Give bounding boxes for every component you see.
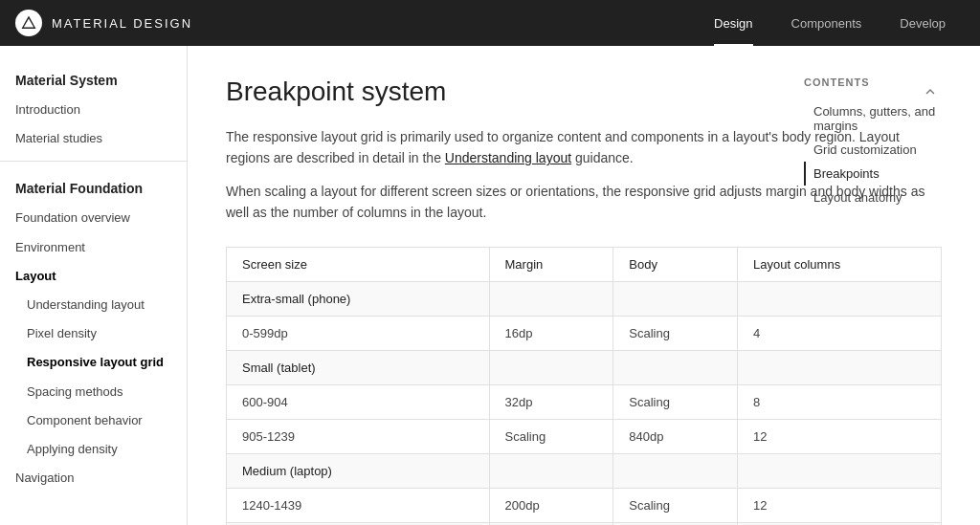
nav-link-develop[interactable]: Develop xyxy=(880,0,965,46)
table-of-contents: CONTENTS Columns, gutters, and margins G… xyxy=(789,46,980,240)
table-row: 600-904 32dp Scaling 8 xyxy=(227,384,942,419)
table-row: Medium (laptop) xyxy=(227,453,942,488)
logo-text: MATERIAL DESIGN xyxy=(52,16,192,31)
sidebar-divider xyxy=(0,161,187,162)
table-row: 905-1239 Scaling 840dp 12 xyxy=(227,419,942,453)
col-margin: Margin xyxy=(489,247,613,281)
nav-links: Design Components Develop xyxy=(695,0,965,46)
understanding-layout-link[interactable]: Understanding layout xyxy=(445,150,571,165)
col-layout-columns: Layout columns xyxy=(738,247,942,281)
top-navigation: MATERIAL DESIGN Design Components Develo… xyxy=(0,0,980,46)
table-row: 1240-1439 200dp Scaling 12 xyxy=(227,488,942,522)
table-row: Extra-small (phone) xyxy=(227,281,942,316)
sidebar-item-responsive-layout-grid[interactable]: Responsive layout grid xyxy=(0,348,187,377)
toc-item-grid-customization[interactable]: Grid customization xyxy=(804,138,965,162)
sidebar-item-navigation[interactable]: Navigation xyxy=(0,464,187,492)
sidebar-item-understanding-layout[interactable]: Understanding layout xyxy=(0,291,187,319)
sidebar-item-introduction[interactable]: Introduction xyxy=(0,96,187,124)
toc-item-columns[interactable]: Columns, gutters, and margins xyxy=(804,99,965,138)
sidebar-item-spacing-methods[interactable]: Spacing methods xyxy=(0,378,187,406)
toc-item-layout-anatomy[interactable]: Layout anatomy xyxy=(804,186,965,209)
page-layout: Material System Introduction Material st… xyxy=(0,46,980,525)
sidebar-item-environment[interactable]: Environment xyxy=(0,233,187,262)
sidebar-item-component-behavior[interactable]: Component behavior xyxy=(0,406,187,435)
nav-link-components[interactable]: Components xyxy=(772,0,881,46)
col-body: Body xyxy=(613,247,738,281)
logo-icon xyxy=(15,10,42,36)
table-row: Small (tablet) xyxy=(227,350,942,384)
sidebar-section-material-system[interactable]: Material System xyxy=(0,61,187,96)
table-row: 0-599dp 16dp Scaling 4 xyxy=(227,316,942,350)
sidebar-item-material-studies[interactable]: Material studies xyxy=(0,124,187,153)
sidebar: Material System Introduction Material st… xyxy=(0,46,188,525)
col-screen-size: Screen size xyxy=(227,247,490,281)
sidebar-item-applying-density[interactable]: Applying density xyxy=(0,435,187,464)
sidebar-section-material-foundation[interactable]: Material Foundation xyxy=(0,169,187,204)
breakpoints-table: Screen size Margin Body Layout columns E… xyxy=(226,247,942,525)
toc-item-breakpoints[interactable]: Breakpoints xyxy=(804,162,965,186)
sidebar-item-pixel-density[interactable]: Pixel density xyxy=(0,319,187,348)
toc-title: CONTENTS xyxy=(804,77,965,88)
sidebar-item-foundation-overview[interactable]: Foundation overview xyxy=(0,204,187,232)
sidebar-item-layout[interactable]: Layout xyxy=(0,262,187,291)
logo[interactable]: MATERIAL DESIGN xyxy=(15,10,192,36)
cell-extra-small: Extra-small (phone) xyxy=(227,281,490,316)
nav-link-design[interactable]: Design xyxy=(695,0,771,46)
